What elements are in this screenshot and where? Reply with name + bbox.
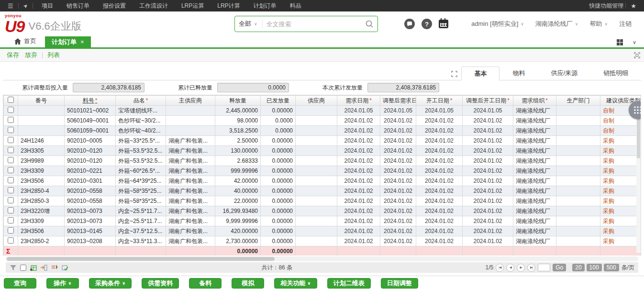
cell-main-supplier[interactable]: 湖南广和包装... xyxy=(166,236,215,246)
calendar-icon[interactable] xyxy=(439,20,448,28)
cell-issued-qty[interactable]: 0.00000 xyxy=(261,106,296,116)
select-all-checkbox[interactable] xyxy=(8,97,14,103)
top-menu-item[interactable]: LRP计算 xyxy=(211,2,246,10)
cell-prod-dept[interactable] xyxy=(556,146,600,156)
cell-prod-dept[interactable] xyxy=(556,216,600,226)
tab-home[interactable]: 首页 xyxy=(14,37,45,47)
vertical-scrollbar[interactable] xyxy=(636,107,641,253)
cell-released-qty[interactable]: 98.0000 xyxy=(215,116,261,126)
cell-main-supplier[interactable]: 湖南广和包装... xyxy=(166,186,215,196)
cell-supplier[interactable] xyxy=(296,116,337,126)
cell-item-code[interactable]: 902013~0145 xyxy=(65,226,116,236)
cell-prod-dept[interactable] xyxy=(556,166,600,176)
cell-adj-start-date[interactable]: 2024.01.02 xyxy=(463,206,513,216)
cell-no[interactable]: 23H2850-4 xyxy=(18,186,65,196)
cell-released-qty[interactable]: 3,518.2500 xyxy=(215,126,261,136)
cell-main-supplier[interactable] xyxy=(166,126,215,136)
page-size-button[interactable]: 20 xyxy=(572,264,584,271)
top-menu-item[interactable]: 报价设置 xyxy=(96,2,133,10)
row-select-cell[interactable] xyxy=(4,206,18,216)
tab-planned-order[interactable]: 计划订单 × xyxy=(45,36,91,47)
cell-issued-qty[interactable]: 0.0000 xyxy=(261,126,296,136)
cell-adj-start-date[interactable]: 2024.01.02 xyxy=(463,236,513,246)
search-scope-select[interactable]: 全部 ∨ xyxy=(239,20,263,28)
summary-field-value[interactable]: 2,408,378.6185 xyxy=(73,83,144,92)
cell-item-code[interactable]: 902010~0120 xyxy=(65,156,116,166)
cell-adj-demand-date[interactable]: 2024.01.02 xyxy=(380,126,416,136)
cell-supply-type[interactable]: 采购 xyxy=(600,166,642,176)
cell-supply-type[interactable]: 采购 xyxy=(600,146,642,156)
top-menu-item[interactable]: 工作流设计 xyxy=(133,2,175,10)
cell-demand-org[interactable]: 湖南涤纶线厂 xyxy=(513,166,556,176)
cell-no[interactable]: 23H9989 xyxy=(18,156,65,166)
detail-tab[interactable]: 物料 xyxy=(500,66,538,80)
grid-locate-icon[interactable] xyxy=(30,264,37,271)
cell-adj-demand-date[interactable]: 2024.01.02 xyxy=(380,216,416,226)
quick-func-manage-link[interactable]: 快捷功能管理 xyxy=(589,2,623,10)
cell-no[interactable]: 23H3220增 xyxy=(18,206,65,216)
cell-demand-date[interactable]: 2024.01.02 xyxy=(337,136,380,146)
cell-supplier[interactable] xyxy=(296,106,337,116)
row-select-cell[interactable] xyxy=(4,226,18,236)
expand-fullscreen-icon[interactable] xyxy=(451,71,457,77)
cell-demand-date[interactable]: 2024.01.02 xyxy=(337,196,380,206)
cell-start-date[interactable]: 2024.01.02 xyxy=(416,136,463,146)
pin-shortcut-icon[interactable]: ➤ xyxy=(20,0,31,11)
cell-no[interactable]: 24H1246 xyxy=(18,136,65,146)
action-button[interactable]: 计划二维表 xyxy=(327,278,371,289)
cell-released-qty[interactable]: 42.00000 xyxy=(215,176,261,186)
cell-adj-start-date[interactable]: 2024.01.02 xyxy=(463,146,513,156)
row-select-cell[interactable] xyxy=(4,106,18,116)
cell-supplier[interactable] xyxy=(296,136,337,146)
cell-adj-start-date[interactable]: 2024.01.05 xyxy=(463,106,513,116)
top-menu-item[interactable]: 料品 xyxy=(283,2,308,10)
row-checkbox[interactable] xyxy=(8,157,14,163)
cell-item-name[interactable]: 外箱~33*25.5*... xyxy=(116,136,166,146)
cell-issued-qty[interactable]: 0.0000 xyxy=(261,116,296,126)
cell-start-date[interactable]: 2024.01.02 xyxy=(416,156,463,166)
filter-icon[interactable] xyxy=(10,264,17,271)
column-header[interactable]: 调整后开工日期* xyxy=(463,96,513,106)
cell-item-name[interactable]: 内盒~33.5*11.3... xyxy=(116,236,166,246)
page-size-button[interactable]: 100 xyxy=(587,264,602,271)
row-checkbox[interactable] xyxy=(8,217,14,223)
cell-adj-start-date[interactable]: 2024.01.02 xyxy=(463,126,513,136)
cell-supplier[interactable] xyxy=(296,126,337,136)
cell-issued-qty[interactable]: 0.00000 xyxy=(261,146,296,156)
horizontal-scrollbar[interactable] xyxy=(6,257,638,261)
cell-issued-qty[interactable]: 0.00000 xyxy=(261,216,296,226)
cell-no[interactable]: 23H3309 xyxy=(18,166,65,176)
cell-start-date[interactable]: 2024.01.02 xyxy=(416,226,463,236)
cell-item-name[interactable]: 外箱~58*35*25... xyxy=(116,186,166,196)
row-select-cell[interactable] xyxy=(4,146,18,156)
cell-supply-type[interactable]: 采购 xyxy=(600,236,642,246)
row-select-cell[interactable] xyxy=(4,116,18,126)
row-checkbox[interactable] xyxy=(8,147,14,153)
cell-no[interactable] xyxy=(18,116,65,126)
cell-demand-org[interactable]: 湖南涤纶线厂 xyxy=(513,176,556,186)
row-checkbox[interactable] xyxy=(8,227,14,234)
cell-adj-demand-date[interactable]: 2024.01.02 xyxy=(380,136,416,146)
summary-field-value[interactable]: 0.0000 xyxy=(217,83,289,92)
cell-supplier[interactable] xyxy=(296,186,337,196)
cell-issued-qty[interactable]: 0.00000 xyxy=(261,196,296,206)
row-select-cell[interactable] xyxy=(4,166,18,176)
cell-issued-qty[interactable]: 0.00000 xyxy=(261,226,296,236)
discard-button[interactable]: 放弃 xyxy=(22,51,40,59)
cell-supply-type[interactable]: 采购 xyxy=(600,196,642,206)
cell-released-qty[interactable]: 16,299.93480 xyxy=(215,206,261,216)
cell-prod-dept[interactable] xyxy=(556,156,600,166)
column-header[interactable]: 供应商 xyxy=(296,96,337,106)
cell-issued-qty[interactable]: 0.00000 xyxy=(261,166,296,176)
detail-tab[interactable]: 销抵明细 xyxy=(590,66,641,80)
cell-adj-start-date[interactable]: 2024.01.02 xyxy=(463,186,513,196)
detail-tab[interactable]: 供应/来源 xyxy=(538,66,590,80)
cell-issued-qty[interactable]: 0.00000 xyxy=(261,186,296,196)
cell-supply-type[interactable]: 采购 xyxy=(600,136,642,146)
cell-released-qty[interactable]: 2,445.00000 xyxy=(215,106,261,116)
column-header[interactable]: 需求组织* xyxy=(513,96,556,106)
cell-demand-org[interactable]: 湖南涤纶线厂 xyxy=(513,116,556,126)
cell-issued-qty[interactable]: 0.00000 xyxy=(261,206,296,216)
cell-demand-date[interactable]: 2024.01.02 xyxy=(337,206,380,216)
cell-issued-qty[interactable]: 0.00000 xyxy=(261,136,296,146)
